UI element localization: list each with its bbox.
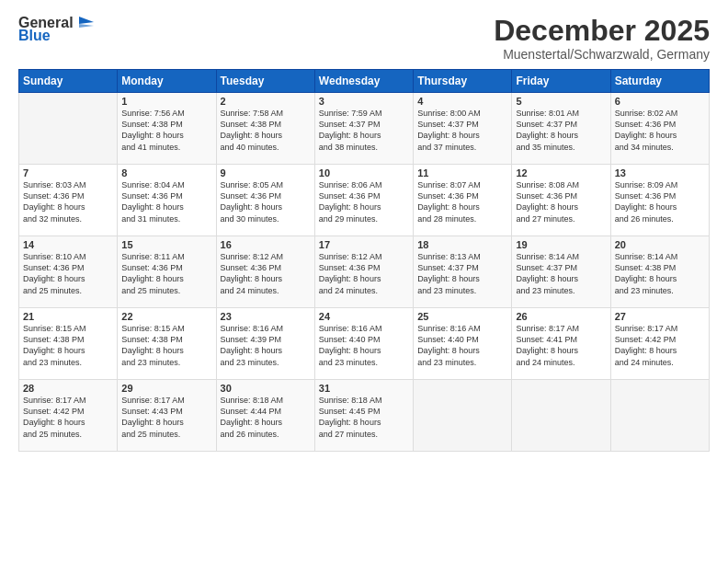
day-content: Sunrise: 8:11 AMSunset: 4:36 PMDaylight:… bbox=[121, 251, 211, 296]
empty-cell bbox=[512, 380, 610, 452]
day-content: Sunrise: 8:01 AMSunset: 4:37 PMDaylight:… bbox=[516, 108, 606, 153]
day-content: Sunrise: 7:59 AMSunset: 4:37 PMDaylight:… bbox=[319, 108, 409, 153]
day-content: Sunrise: 8:12 AMSunset: 4:36 PMDaylight:… bbox=[221, 251, 311, 296]
day-content: Sunrise: 8:17 AMSunset: 4:43 PMDaylight:… bbox=[121, 395, 211, 440]
day-number: 31 bbox=[319, 383, 409, 394]
calendar-day-10: 10Sunrise: 8:06 AMSunset: 4:36 PMDayligh… bbox=[314, 165, 413, 236]
day-number: 14 bbox=[23, 239, 113, 250]
calendar-week-row: 7Sunrise: 8:03 AMSunset: 4:36 PMDaylight… bbox=[19, 165, 710, 236]
day-number: 4 bbox=[417, 96, 507, 107]
day-content: Sunrise: 8:06 AMSunset: 4:36 PMDaylight:… bbox=[319, 179, 409, 224]
calendar-day-30: 30Sunrise: 8:18 AMSunset: 4:44 PMDayligh… bbox=[216, 380, 314, 452]
day-number: 1 bbox=[121, 96, 211, 107]
day-number: 7 bbox=[23, 167, 113, 178]
day-number: 20 bbox=[615, 239, 705, 250]
calendar-day-14: 14Sunrise: 8:10 AMSunset: 4:36 PMDayligh… bbox=[19, 236, 118, 308]
calendar-day-26: 26Sunrise: 8:17 AMSunset: 4:41 PMDayligh… bbox=[512, 308, 610, 380]
logo: General Blue bbox=[18, 15, 97, 44]
day-content: Sunrise: 8:10 AMSunset: 4:36 PMDaylight:… bbox=[23, 251, 113, 296]
calendar-day-20: 20Sunrise: 8:14 AMSunset: 4:38 PMDayligh… bbox=[610, 236, 709, 308]
day-number: 27 bbox=[615, 311, 705, 322]
day-number: 3 bbox=[319, 96, 409, 107]
calendar-day-29: 29Sunrise: 8:17 AMSunset: 4:43 PMDayligh… bbox=[118, 380, 216, 452]
day-header-wednesday: Wednesday bbox=[314, 70, 413, 93]
day-number: 16 bbox=[221, 239, 311, 250]
logo-icon bbox=[75, 15, 97, 31]
calendar-week-row: 14Sunrise: 8:10 AMSunset: 4:36 PMDayligh… bbox=[19, 236, 710, 308]
empty-cell bbox=[19, 93, 118, 165]
calendar-day-18: 18Sunrise: 8:13 AMSunset: 4:37 PMDayligh… bbox=[414, 236, 512, 308]
calendar-day-13: 13Sunrise: 8:09 AMSunset: 4:36 PMDayligh… bbox=[610, 165, 709, 236]
day-number: 28 bbox=[23, 383, 113, 394]
day-number: 8 bbox=[121, 167, 211, 178]
day-content: Sunrise: 8:03 AMSunset: 4:36 PMDaylight:… bbox=[23, 179, 113, 224]
day-number: 23 bbox=[221, 311, 311, 322]
calendar-day-7: 7Sunrise: 8:03 AMSunset: 4:36 PMDaylight… bbox=[19, 165, 118, 236]
day-number: 26 bbox=[516, 311, 606, 322]
calendar-day-19: 19Sunrise: 8:14 AMSunset: 4:37 PMDayligh… bbox=[512, 236, 610, 308]
day-header-tuesday: Tuesday bbox=[216, 70, 314, 93]
svg-marker-1 bbox=[79, 24, 94, 28]
calendar-day-28: 28Sunrise: 8:17 AMSunset: 4:42 PMDayligh… bbox=[19, 380, 118, 452]
day-content: Sunrise: 8:13 AMSunset: 4:37 PMDaylight:… bbox=[417, 251, 507, 296]
calendar-day-6: 6Sunrise: 8:02 AMSunset: 4:36 PMDaylight… bbox=[610, 93, 709, 165]
day-content: Sunrise: 8:07 AMSunset: 4:36 PMDaylight:… bbox=[417, 179, 507, 224]
day-number: 25 bbox=[417, 311, 507, 322]
day-header-sunday: Sunday bbox=[19, 70, 118, 93]
calendar-day-21: 21Sunrise: 8:15 AMSunset: 4:38 PMDayligh… bbox=[19, 308, 118, 380]
calendar-header-row: SundayMondayTuesdayWednesdayThursdayFrid… bbox=[19, 70, 710, 93]
day-content: Sunrise: 8:18 AMSunset: 4:44 PMDaylight:… bbox=[221, 395, 311, 440]
day-content: Sunrise: 8:15 AMSunset: 4:38 PMDaylight:… bbox=[23, 323, 113, 368]
calendar-day-12: 12Sunrise: 8:08 AMSunset: 4:36 PMDayligh… bbox=[512, 165, 610, 236]
calendar-day-1: 1Sunrise: 7:56 AMSunset: 4:38 PMDaylight… bbox=[118, 93, 216, 165]
empty-cell bbox=[414, 380, 512, 452]
calendar-table: SundayMondayTuesdayWednesdayThursdayFrid… bbox=[18, 69, 710, 452]
day-number: 6 bbox=[615, 96, 705, 107]
calendar-day-11: 11Sunrise: 8:07 AMSunset: 4:36 PMDayligh… bbox=[414, 165, 512, 236]
day-content: Sunrise: 7:58 AMSunset: 4:38 PMDaylight:… bbox=[221, 108, 311, 153]
day-header-saturday: Saturday bbox=[610, 70, 709, 93]
day-number: 22 bbox=[121, 311, 211, 322]
calendar-day-27: 27Sunrise: 8:17 AMSunset: 4:42 PMDayligh… bbox=[610, 308, 709, 380]
day-number: 13 bbox=[615, 167, 705, 178]
svg-marker-0 bbox=[79, 17, 94, 24]
day-content: Sunrise: 8:00 AMSunset: 4:37 PMDaylight:… bbox=[417, 108, 507, 153]
day-content: Sunrise: 8:16 AMSunset: 4:39 PMDaylight:… bbox=[221, 323, 311, 368]
day-number: 24 bbox=[319, 311, 409, 322]
calendar-day-24: 24Sunrise: 8:16 AMSunset: 4:40 PMDayligh… bbox=[314, 308, 413, 380]
day-content: Sunrise: 8:17 AMSunset: 4:42 PMDaylight:… bbox=[23, 395, 113, 440]
title-block: December 2025 Muenstertal/Schwarzwald, G… bbox=[494, 15, 710, 62]
day-header-friday: Friday bbox=[512, 70, 610, 93]
header: General Blue December 2025 Muenstertal/S… bbox=[18, 15, 710, 62]
day-content: Sunrise: 8:16 AMSunset: 4:40 PMDaylight:… bbox=[319, 323, 409, 368]
day-content: Sunrise: 8:14 AMSunset: 4:37 PMDaylight:… bbox=[516, 251, 606, 296]
calendar-day-2: 2Sunrise: 7:58 AMSunset: 4:38 PMDaylight… bbox=[216, 93, 314, 165]
calendar-week-row: 28Sunrise: 8:17 AMSunset: 4:42 PMDayligh… bbox=[19, 380, 710, 452]
day-number: 29 bbox=[121, 383, 211, 394]
calendar-day-9: 9Sunrise: 8:05 AMSunset: 4:36 PMDaylight… bbox=[216, 165, 314, 236]
day-content: Sunrise: 8:17 AMSunset: 4:42 PMDaylight:… bbox=[615, 323, 705, 368]
calendar-day-3: 3Sunrise: 7:59 AMSunset: 4:37 PMDaylight… bbox=[314, 93, 413, 165]
day-content: Sunrise: 7:56 AMSunset: 4:38 PMDaylight:… bbox=[121, 108, 211, 153]
day-content: Sunrise: 8:15 AMSunset: 4:38 PMDaylight:… bbox=[121, 323, 211, 368]
calendar-day-15: 15Sunrise: 8:11 AMSunset: 4:36 PMDayligh… bbox=[118, 236, 216, 308]
day-content: Sunrise: 8:09 AMSunset: 4:36 PMDaylight:… bbox=[615, 179, 705, 224]
calendar-day-31: 31Sunrise: 8:18 AMSunset: 4:45 PMDayligh… bbox=[314, 380, 413, 452]
calendar-subtitle: Muenstertal/Schwarzwald, Germany bbox=[494, 47, 710, 62]
day-number: 10 bbox=[319, 167, 409, 178]
day-header-thursday: Thursday bbox=[414, 70, 512, 93]
day-number: 9 bbox=[221, 167, 311, 178]
day-content: Sunrise: 8:04 AMSunset: 4:36 PMDaylight:… bbox=[121, 179, 211, 224]
day-header-monday: Monday bbox=[118, 70, 216, 93]
day-number: 17 bbox=[319, 239, 409, 250]
day-number: 15 bbox=[121, 239, 211, 250]
calendar-week-row: 21Sunrise: 8:15 AMSunset: 4:38 PMDayligh… bbox=[19, 308, 710, 380]
empty-cell bbox=[610, 380, 709, 452]
day-content: Sunrise: 8:08 AMSunset: 4:36 PMDaylight:… bbox=[516, 179, 606, 224]
calendar-day-25: 25Sunrise: 8:16 AMSunset: 4:40 PMDayligh… bbox=[414, 308, 512, 380]
day-content: Sunrise: 8:18 AMSunset: 4:45 PMDaylight:… bbox=[319, 395, 409, 440]
calendar-day-16: 16Sunrise: 8:12 AMSunset: 4:36 PMDayligh… bbox=[216, 236, 314, 308]
day-content: Sunrise: 8:14 AMSunset: 4:38 PMDaylight:… bbox=[615, 251, 705, 296]
day-number: 18 bbox=[417, 239, 507, 250]
day-number: 5 bbox=[516, 96, 606, 107]
